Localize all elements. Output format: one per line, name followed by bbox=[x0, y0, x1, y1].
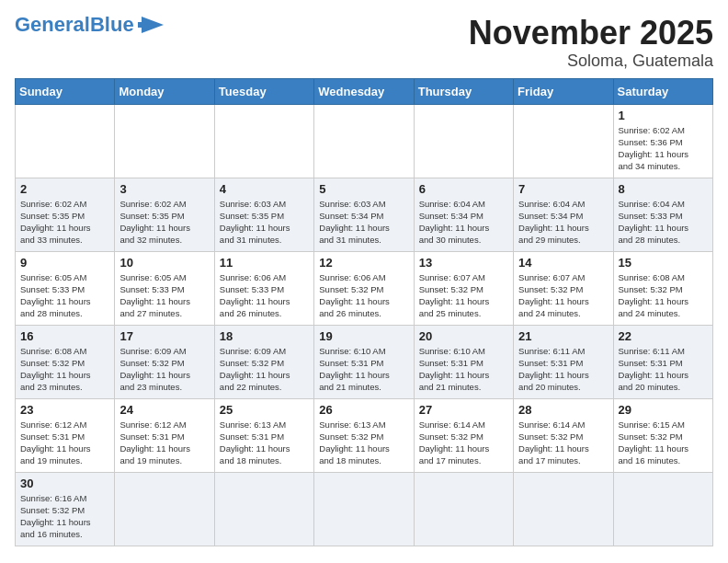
day-info: Sunrise: 6:06 AM Sunset: 5:32 PM Dayligh… bbox=[319, 271, 408, 320]
day-number: 25 bbox=[220, 403, 309, 417]
day-number: 1 bbox=[619, 109, 708, 122]
week-row-4: 16Sunrise: 6:08 AM Sunset: 5:32 PM Dayli… bbox=[16, 325, 713, 398]
day-info: Sunrise: 6:02 AM Sunset: 5:35 PM Dayligh… bbox=[119, 198, 209, 247]
header-row: SundayMondayTuesdayWednesdayThursdayFrid… bbox=[16, 78, 713, 104]
calendar-cell bbox=[115, 104, 214, 178]
day-number: 20 bbox=[419, 329, 508, 343]
day-number: 2 bbox=[20, 182, 109, 196]
day-info: Sunrise: 6:07 AM Sunset: 5:32 PM Dayligh… bbox=[419, 271, 508, 320]
day-header-thursday: Thursday bbox=[414, 78, 513, 104]
week-row-2: 2Sunrise: 6:02 AM Sunset: 5:35 PM Daylig… bbox=[16, 178, 713, 251]
calendar-cell: 1Sunrise: 6:02 AM Sunset: 5:36 PM Daylig… bbox=[613, 104, 712, 178]
day-info: Sunrise: 6:13 AM Sunset: 5:32 PM Dayligh… bbox=[319, 419, 408, 467]
calendar-table: SundayMondayTuesdayWednesdayThursdayFrid… bbox=[15, 78, 713, 546]
calendar-cell: 12Sunrise: 6:06 AM Sunset: 5:32 PM Dayli… bbox=[314, 251, 414, 325]
svg-marker-0 bbox=[142, 17, 164, 33]
day-info: Sunrise: 6:14 AM Sunset: 5:32 PM Dayligh… bbox=[518, 419, 608, 467]
day-info: Sunrise: 6:07 AM Sunset: 5:32 PM Dayligh… bbox=[518, 271, 608, 320]
day-number: 13 bbox=[419, 256, 508, 270]
day-info: Sunrise: 6:04 AM Sunset: 5:33 PM Dayligh… bbox=[619, 198, 708, 247]
day-number: 27 bbox=[419, 403, 508, 417]
day-info: Sunrise: 6:15 AM Sunset: 5:32 PM Dayligh… bbox=[619, 419, 708, 467]
calendar-cell bbox=[514, 472, 613, 546]
calendar-cell bbox=[414, 472, 513, 546]
calendar-cell bbox=[414, 104, 513, 178]
calendar-cell: 26Sunrise: 6:13 AM Sunset: 5:32 PM Dayli… bbox=[314, 398, 414, 472]
day-info: Sunrise: 6:14 AM Sunset: 5:32 PM Dayligh… bbox=[419, 419, 508, 467]
header: GeneralBlue November 2025 Soloma, Guatem… bbox=[15, 15, 713, 71]
day-header-tuesday: Tuesday bbox=[214, 78, 313, 104]
page-container: GeneralBlue November 2025 Soloma, Guatem… bbox=[15, 15, 713, 546]
day-info: Sunrise: 6:13 AM Sunset: 5:31 PM Dayligh… bbox=[220, 419, 309, 467]
calendar-cell: 4Sunrise: 6:03 AM Sunset: 5:35 PM Daylig… bbox=[214, 178, 313, 251]
calendar-cell: 19Sunrise: 6:10 AM Sunset: 5:31 PM Dayli… bbox=[314, 325, 414, 398]
day-info: Sunrise: 6:03 AM Sunset: 5:34 PM Dayligh… bbox=[319, 198, 408, 247]
day-number: 16 bbox=[20, 329, 109, 343]
day-number: 21 bbox=[518, 329, 608, 343]
calendar-cell: 5Sunrise: 6:03 AM Sunset: 5:34 PM Daylig… bbox=[314, 178, 414, 251]
logo: GeneralBlue bbox=[15, 15, 164, 35]
day-info: Sunrise: 6:05 AM Sunset: 5:33 PM Dayligh… bbox=[119, 271, 209, 320]
calendar-cell: 24Sunrise: 6:12 AM Sunset: 5:31 PM Dayli… bbox=[115, 398, 214, 472]
calendar-cell: 17Sunrise: 6:09 AM Sunset: 5:32 PM Dayli… bbox=[115, 325, 214, 398]
calendar-cell: 8Sunrise: 6:04 AM Sunset: 5:33 PM Daylig… bbox=[613, 178, 712, 251]
calendar-cell bbox=[314, 104, 414, 178]
day-header-sunday: Sunday bbox=[16, 78, 115, 104]
calendar-cell: 14Sunrise: 6:07 AM Sunset: 5:32 PM Dayli… bbox=[514, 251, 613, 325]
day-info: Sunrise: 6:10 AM Sunset: 5:31 PM Dayligh… bbox=[319, 345, 408, 394]
day-number: 28 bbox=[518, 403, 608, 417]
day-info: Sunrise: 6:12 AM Sunset: 5:31 PM Dayligh… bbox=[119, 419, 209, 467]
week-row-3: 9Sunrise: 6:05 AM Sunset: 5:33 PM Daylig… bbox=[16, 251, 713, 325]
title-section: November 2025 Soloma, Guatemala bbox=[469, 15, 713, 71]
calendar-cell: 27Sunrise: 6:14 AM Sunset: 5:32 PM Dayli… bbox=[414, 398, 513, 472]
calendar-cell: 16Sunrise: 6:08 AM Sunset: 5:32 PM Dayli… bbox=[16, 325, 115, 398]
calendar-cell: 22Sunrise: 6:11 AM Sunset: 5:31 PM Dayli… bbox=[613, 325, 712, 398]
week-row-1: 1Sunrise: 6:02 AM Sunset: 5:36 PM Daylig… bbox=[16, 104, 713, 178]
day-number: 30 bbox=[20, 477, 109, 490]
calendar-cell: 9Sunrise: 6:05 AM Sunset: 5:33 PM Daylig… bbox=[16, 251, 115, 325]
day-number: 9 bbox=[20, 256, 109, 270]
calendar-cell: 21Sunrise: 6:11 AM Sunset: 5:31 PM Dayli… bbox=[514, 325, 613, 398]
day-header-friday: Friday bbox=[514, 78, 613, 104]
day-info: Sunrise: 6:11 AM Sunset: 5:31 PM Dayligh… bbox=[619, 345, 708, 394]
day-number: 29 bbox=[619, 403, 708, 417]
calendar-cell: 20Sunrise: 6:10 AM Sunset: 5:31 PM Dayli… bbox=[414, 325, 513, 398]
calendar-cell: 25Sunrise: 6:13 AM Sunset: 5:31 PM Dayli… bbox=[214, 398, 313, 472]
calendar-cell bbox=[115, 472, 214, 546]
day-info: Sunrise: 6:02 AM Sunset: 5:35 PM Dayligh… bbox=[20, 198, 109, 247]
calendar-cell bbox=[214, 472, 313, 546]
day-number: 22 bbox=[619, 329, 708, 343]
calendar-cell: 3Sunrise: 6:02 AM Sunset: 5:35 PM Daylig… bbox=[115, 178, 214, 251]
month-title: November 2025 bbox=[469, 15, 713, 52]
day-info: Sunrise: 6:03 AM Sunset: 5:35 PM Dayligh… bbox=[220, 198, 309, 247]
day-number: 26 bbox=[319, 403, 408, 417]
day-number: 4 bbox=[220, 182, 309, 196]
day-number: 23 bbox=[20, 403, 109, 417]
logo-text: GeneralBlue bbox=[15, 15, 134, 35]
day-number: 15 bbox=[619, 256, 708, 270]
calendar-cell bbox=[514, 104, 613, 178]
day-info: Sunrise: 6:08 AM Sunset: 5:32 PM Dayligh… bbox=[20, 345, 109, 394]
day-number: 5 bbox=[319, 182, 408, 196]
day-info: Sunrise: 6:06 AM Sunset: 5:33 PM Dayligh… bbox=[220, 271, 309, 320]
day-info: Sunrise: 6:04 AM Sunset: 5:34 PM Dayligh… bbox=[518, 198, 608, 247]
calendar-cell: 28Sunrise: 6:14 AM Sunset: 5:32 PM Dayli… bbox=[514, 398, 613, 472]
day-info: Sunrise: 6:16 AM Sunset: 5:32 PM Dayligh… bbox=[20, 492, 109, 541]
day-number: 8 bbox=[619, 182, 708, 196]
day-info: Sunrise: 6:05 AM Sunset: 5:33 PM Dayligh… bbox=[20, 271, 109, 320]
day-number: 6 bbox=[419, 182, 508, 196]
calendar-cell: 13Sunrise: 6:07 AM Sunset: 5:32 PM Dayli… bbox=[414, 251, 513, 325]
calendar-cell: 29Sunrise: 6:15 AM Sunset: 5:32 PM Dayli… bbox=[613, 398, 712, 472]
day-number: 24 bbox=[119, 403, 209, 417]
day-info: Sunrise: 6:09 AM Sunset: 5:32 PM Dayligh… bbox=[220, 345, 309, 394]
week-row-5: 23Sunrise: 6:12 AM Sunset: 5:31 PM Dayli… bbox=[16, 398, 713, 472]
calendar-cell: 15Sunrise: 6:08 AM Sunset: 5:32 PM Dayli… bbox=[613, 251, 712, 325]
calendar-cell bbox=[214, 104, 313, 178]
calendar-cell bbox=[16, 104, 115, 178]
day-number: 14 bbox=[518, 256, 608, 270]
calendar-cell: 11Sunrise: 6:06 AM Sunset: 5:33 PM Dayli… bbox=[214, 251, 313, 325]
svg-rect-1 bbox=[138, 22, 143, 28]
calendar-cell: 7Sunrise: 6:04 AM Sunset: 5:34 PM Daylig… bbox=[514, 178, 613, 251]
calendar-cell: 30Sunrise: 6:16 AM Sunset: 5:32 PM Dayli… bbox=[16, 472, 115, 546]
calendar-cell: 18Sunrise: 6:09 AM Sunset: 5:32 PM Dayli… bbox=[214, 325, 313, 398]
